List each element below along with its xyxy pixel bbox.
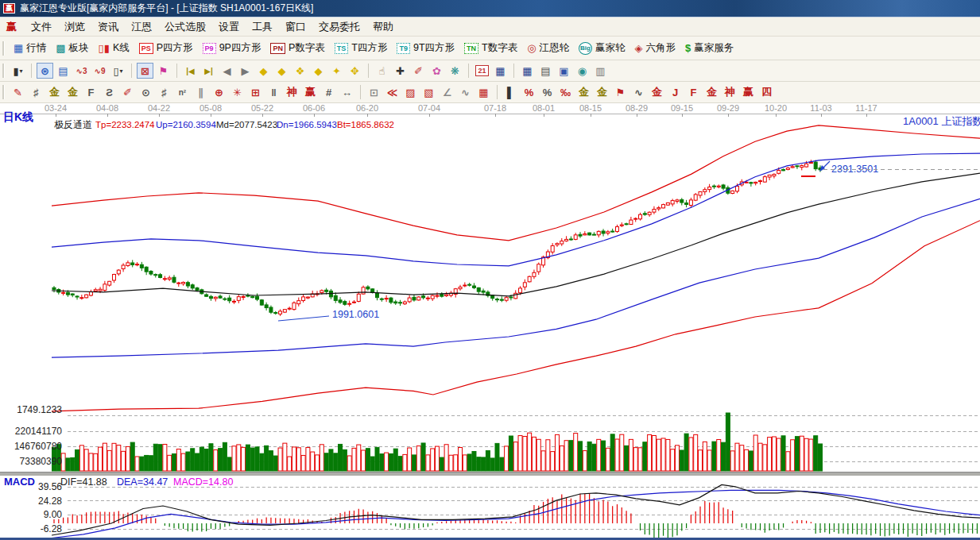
menu-item-7[interactable]: 窗口: [279, 19, 312, 34]
menu-item-5[interactable]: 设置: [212, 19, 246, 34]
nav-pattern-tool[interactable]: ✿: [428, 63, 445, 79]
nav-print[interactable]: ▥: [592, 63, 609, 79]
draw-j-angle[interactable]: J: [667, 84, 684, 100]
toolbar-grip[interactable]: [2, 41, 5, 56]
nav-flag-marker[interactable]: ⚑: [155, 63, 172, 79]
chart-area[interactable]: 03-2404-0804-2205-0805-2206-0606-2007-04…: [0, 103, 980, 540]
nav-diamond-expand[interactable]: ❖: [292, 63, 308, 79]
draw-pencil[interactable]: ✎: [10, 84, 26, 100]
toolbar-button-winner-wheel[interactable]: Big赢家轮: [575, 40, 629, 56]
draw-gold-circle[interactable]: 金: [575, 84, 592, 100]
menu-item-9[interactable]: 帮助: [366, 19, 400, 34]
toolbar-button-sectors[interactable]: ▩板块: [52, 40, 92, 56]
draw-spiral[interactable]: Ƨ: [101, 84, 118, 100]
draw-number-grid[interactable]: #: [320, 84, 337, 100]
draw-bars-tool[interactable]: ǁ: [265, 84, 282, 100]
nav-calendar[interactable]: 21: [474, 63, 490, 79]
toolbar-button-winner-service[interactable]: $赢家服务: [681, 40, 738, 56]
nav-data-table[interactable]: ▦: [519, 63, 536, 79]
draw-shen-angle[interactable]: 神: [722, 84, 738, 100]
draw-fibonacci-grid[interactable]: F: [83, 84, 99, 100]
draw-percent[interactable]: %: [539, 84, 556, 100]
toolbar-grip[interactable]: [2, 64, 5, 78]
toolbar-button-t-number-table[interactable]: TNT数字表: [460, 40, 521, 56]
toolbar-button-market-quotes[interactable]: ▦行情: [10, 40, 50, 56]
nav-channel-toggle[interactable]: ⊛: [37, 63, 53, 79]
draw-ying-tool[interactable]: 赢: [302, 84, 319, 100]
nav-save[interactable]: ▣: [556, 63, 572, 79]
draw-wave-tool[interactable]: ∿: [457, 84, 474, 100]
draw-gann-box[interactable]: ⊞: [247, 84, 264, 100]
nav-info-panel[interactable]: ▤: [55, 63, 72, 79]
draw-fan-lines[interactable]: ≪: [384, 84, 401, 100]
menu-item-1[interactable]: 浏览: [58, 19, 91, 34]
draw-grid-tool[interactable]: ♯: [156, 84, 172, 100]
nav-map-tool[interactable]: ❋: [447, 63, 463, 79]
menu-item-2[interactable]: 资讯: [91, 19, 125, 34]
title-bar[interactable]: 赢 赢家江恩专业版[赢家内部服务平台] - [上证指数 SH1A0001-167…: [0, 0, 980, 17]
nav-crosshair-tool[interactable]: ✚: [392, 63, 409, 79]
toolbar-button-t-square[interactable]: TST四方形: [331, 40, 392, 56]
draw-gann-web[interactable]: ✳: [229, 84, 246, 100]
draw-flag-line[interactable]: ⚑: [612, 84, 629, 100]
nav-wave-3[interactable]: ∿3: [73, 63, 90, 79]
nav-diamond-right[interactable]: ◆: [273, 63, 290, 79]
draw-shen-tool[interactable]: 神: [284, 84, 300, 100]
draw-wave-line[interactable]: ∿: [630, 84, 647, 100]
menu-item-3[interactable]: 江恩: [125, 19, 158, 34]
draw-angle-tool[interactable]: ∠: [439, 84, 455, 100]
nav-wave-9[interactable]: ∿9: [91, 63, 108, 79]
nav-diamond-star-2[interactable]: ✥: [347, 63, 363, 79]
draw-gold-grid-1[interactable]: 金: [46, 84, 63, 100]
draw-gold-lines[interactable]: 金: [594, 84, 610, 100]
draw-parallel-lines[interactable]: ∥: [192, 84, 209, 100]
nav-diamond-star[interactable]: ✦: [328, 63, 345, 79]
draw-bar-chart-tool[interactable]: ▌: [502, 84, 519, 100]
nav-next-bar[interactable]: ▶: [237, 63, 254, 79]
nav-first-bar[interactable]: |◀: [182, 63, 199, 79]
nav-draw-tool[interactable]: ✐: [410, 63, 427, 79]
draw-circle-tool[interactable]: ⊙: [138, 84, 154, 100]
draw-gold-angle[interactable]: 金: [649, 84, 665, 100]
toolbar-button-gann-wheel[interactable]: ◎江恩轮: [523, 40, 573, 56]
menu-item-0[interactable]: 文件: [25, 19, 58, 34]
draw-percent-red[interactable]: %: [521, 84, 537, 100]
draw-gold-angle-2[interactable]: 金: [703, 84, 720, 100]
menu-item-6[interactable]: 工具: [246, 19, 279, 34]
nav-hand-tool[interactable]: ☝: [374, 63, 390, 79]
menu-item-8[interactable]: 交易委托: [312, 19, 366, 34]
nav-grid-overlay[interactable]: ⊠: [137, 63, 153, 79]
toolbar-button-p-number-table[interactable]: PNP数字表: [266, 40, 328, 56]
draw-si-angle[interactable]: 四: [758, 84, 775, 100]
draw-measure-tool[interactable]: ↔: [339, 84, 355, 100]
draw-pen[interactable]: ✐: [119, 84, 136, 100]
draw-f-angle[interactable]: F: [685, 84, 702, 100]
draw-gold-grid-2[interactable]: 金: [64, 84, 81, 100]
nav-diamond-left[interactable]: ◆: [255, 63, 272, 79]
menu-item-4[interactable]: 公式选股: [158, 19, 212, 34]
draw-gann-fan-center[interactable]: ⊕: [211, 84, 227, 100]
kline-chart[interactable]: 03-2404-0804-2205-0805-2206-0606-2007-04…: [0, 103, 980, 540]
toolbar-button-kline[interactable]: ▯▮K线: [95, 40, 134, 56]
draw-permille[interactable]: ‰: [557, 84, 574, 100]
nav-notes[interactable]: ▤: [537, 63, 554, 79]
nav-last-bar[interactable]: ▶|: [200, 63, 217, 79]
toolbar-button-9p-square[interactable]: P99P四方形: [199, 40, 265, 56]
nav-web-link[interactable]: ◉: [574, 63, 591, 79]
draw-hatch-box[interactable]: ▨: [402, 84, 419, 100]
draw-box-select[interactable]: ⊡: [366, 84, 382, 100]
draw-gann-lines[interactable]: ♯: [28, 84, 45, 100]
toolbar-button-hexagon[interactable]: ◈六角形: [630, 40, 680, 56]
toolbar-button-9t-square[interactable]: T99T四方形: [393, 40, 459, 56]
draw-hatch-box-2[interactable]: ▧: [420, 84, 437, 100]
nav-bar-style-dropdown[interactable]: ▯▾: [110, 63, 126, 79]
nav-diamond-collapse[interactable]: ◆: [310, 63, 327, 79]
nav-prev-bar[interactable]: ◀: [219, 63, 235, 79]
nav-calculator[interactable]: ▦: [492, 63, 509, 79]
draw-red-grid[interactable]: ▦: [475, 84, 492, 100]
nav-kline-style-dropdown[interactable]: ▮▾: [10, 63, 26, 79]
draw-ying-angle[interactable]: 赢: [740, 84, 757, 100]
draw-square-numbers[interactable]: n²: [174, 84, 191, 100]
toolbar-grip[interactable]: [2, 85, 5, 99]
toolbar-button-p-square[interactable]: PSP四方形: [135, 40, 197, 56]
